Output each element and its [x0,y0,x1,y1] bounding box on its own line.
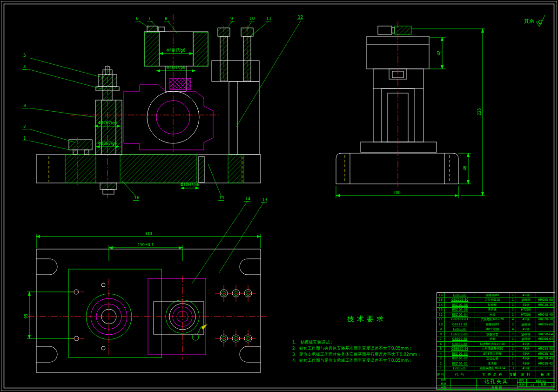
parts-table-cell: 1 [510,312,516,318]
parts-table-cell: 7 [437,337,445,342]
parts-table-cell: 13 [437,308,445,313]
parts-table-cell: BSZ-01-01 [445,361,475,366]
parts-table-cell: 2 [510,322,516,327]
parts-table-cell [536,366,555,372]
parts-table-cell: 45钢 [516,342,536,347]
header-remark: 备 注 [536,371,555,379]
parts-table-cell: 1 [510,303,516,308]
parts-table-cell: 45钢 [516,303,536,308]
parts-table-row: 2BSZ-01-01支承板145钢HRC38-42 [437,361,555,366]
parts-table-cell: HRC55-60 [536,298,555,303]
balloon-label-5: 5 [23,53,26,58]
parts-table-row: 1GB85-85圆柱头螺钉M6X34345钢 [437,366,555,372]
parts-table-cell: 定位心轴 [475,357,510,362]
parts-table-cell: HT200 [516,308,536,313]
tech-req-item: 1、 钻模板安装调试； [292,339,437,345]
parts-table-cell: GB2203-80 [445,298,475,303]
drawing-title: 钻孔夹具 [476,378,518,385]
parts-table-cell: 1 [510,351,516,357]
balloon-label-8: 8 [165,16,168,21]
parts-table-cell: HRC38-43 [536,357,555,362]
parts-table-cell: 45钢 [516,318,536,323]
parts-table-cell: HT200 [516,312,536,318]
balloon-label-16: 16 [134,196,140,200]
dim-fit-46: Φ46H7/p6 [167,66,185,70]
parts-table-cell: 14 [437,303,445,308]
balloon-label-6: 6 [136,16,139,21]
parts-table-cell: HRC58-64 [536,332,555,337]
parts-table-cell [536,308,555,313]
parts-table-cell: 1 [510,342,516,347]
drawing-no-value: BSZ-01 [527,378,555,383]
parts-table-row: 16GB95-85圆锥销Ø8145钢 [437,293,555,298]
dim-plan-150: 150±0.1 [138,243,154,247]
parts-table-cell: 4 [437,351,445,357]
technical-requirements: 技术要求 1、 钻模板安装调试； 2、钻套工作面与夹具体安装基准面垂直度误差不大… [292,315,437,364]
tech-req-item: 3、定位支承板工作面对夹具体安装基面平行度误差不大于0.02mm； [292,351,437,358]
dim-side-total: 225 [477,108,482,115]
tech-req-item: 2、钻套工作面与夹具体安装基准面垂直度误差不大于0.05mm； [292,345,437,351]
qty-value: 1 [549,383,555,387]
parts-table-cell: 六角薄螺母M20 [475,347,510,352]
parts-table-cell: 45钢 [516,361,536,366]
title-block: 制图 校核 审图 钻孔夹具 装 配 图 图号 BSZ-01 比例 1:1 数量 … [437,378,555,390]
parts-table-cell: 1 [510,337,516,342]
parts-table-cell: HRC28-35 [536,303,555,308]
parts-table-cell [536,293,555,298]
parts-table-cell: 4 [510,318,516,323]
balloon-label-11: 11 [266,16,271,21]
dim-plan-340: 340 [145,232,152,236]
parts-table-cell: BSZ-01-04 [445,312,475,318]
parts-table-cell: 支承板 [475,361,510,366]
balloon-label-1: 1 [23,136,26,141]
dim-side-42: 42 [437,51,441,55]
qty-label: 数量 [538,383,549,387]
parts-table-cell: 15 [437,298,445,303]
parts-table-cell: 快换钻套 [475,332,510,337]
parts-table-cell: HRC38-42 [536,361,555,366]
parts-table-cell: 45钢 [516,347,536,352]
parts-list-panel: 16GB95-85圆锥销Ø8145钢15GB2203-80定位销Ø101渗碳钢H… [437,292,555,379]
dim-fit-32: Φ32H7/g6 [98,121,117,125]
balloon-leaders [29,21,301,284]
parts-table-cell: 9 [437,327,445,332]
dim-fit-48: Φ48H7/g6 [167,48,185,53]
titleblock-blank [450,385,477,390]
parts-table-cell [536,342,555,347]
dim-side-46: 46 [463,166,467,170]
parts-table-cell: HRC55-60 [536,322,555,327]
parts-table-header: 序号 代 号 零 件 名 称 数量 材 料 备 注 [437,371,555,379]
parts-table-cell: 45钢 [516,293,536,298]
parts-table-cell: 1 [510,332,516,337]
parts-table-row: 7GB699-88衬套1渗碳钢HRC60-64 [437,337,555,342]
scale-label: 比例 [517,383,527,387]
parts-table-cell: BSZ-01-02 [445,357,475,362]
parts-table-cell: HRC40-45 [536,312,555,318]
parts-table-cell: 定位销Ø10 [475,298,510,303]
drawing-subtitle: 装 配 图 [476,385,518,390]
parts-table-cell [536,327,555,332]
balloon-label-14: 14 [245,196,251,201]
parts-table-cell: GB85-85 [445,366,475,372]
parts-table-cell: GB117-88 [445,322,475,327]
parts-table-cell: HRC28-38 [536,318,555,323]
parts-table-cell: 1 [510,361,516,366]
surface-finish-note: 其余 [524,15,545,27]
parts-table-cell: 圆锥销Ø8 [475,293,510,298]
parts-table-cell: 4 [510,327,516,332]
parts-table-cell: 渗碳钢 [516,298,536,303]
parts-table-cell: 钻模板 [475,303,510,308]
parts-table-cell: HRC33-38 [536,347,555,352]
parts-table-row: 9GB95-85Ø8平垫圈445钢 [437,327,555,332]
parts-table-row: 12BSZ-01-04衬板1HT200HRC40-45 [437,312,555,318]
header-material: 材 料 [516,371,536,379]
parts-table-row: 11GB2181-81六角螺钉M8×70445钢HRC28-38 [437,318,555,323]
parts-table-cell: 六角螺钉M8×70 [475,318,510,323]
parts-table-cell: 16 [437,293,445,298]
surface-note-text: 其余 [524,18,534,24]
parts-table-cell: 12 [437,312,445,318]
parts-table-cell: BSZ-01-06 [445,303,475,308]
parts-table-cell: HRC60-64 [536,337,555,342]
parts-table-cell: 6 [437,342,445,347]
parts-table-cell: 衬板 [475,312,510,318]
